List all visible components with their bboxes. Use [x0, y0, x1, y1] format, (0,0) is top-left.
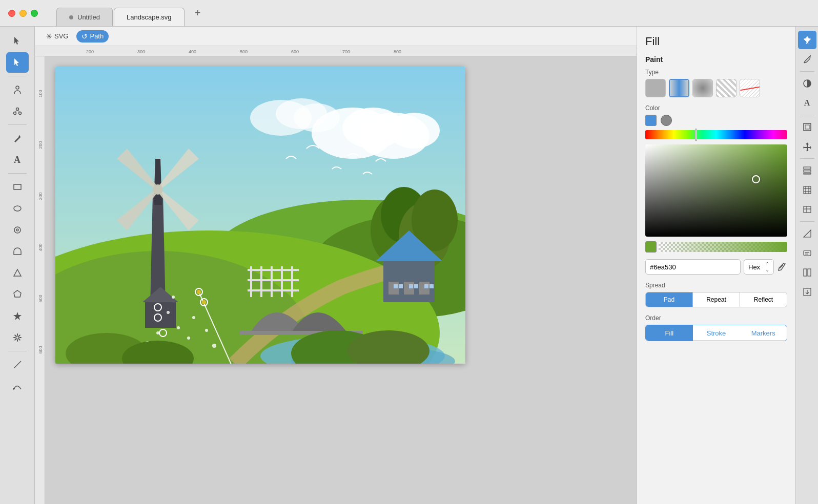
svg-line-7 — [17, 110, 20, 112]
grid-icon — [803, 185, 812, 195]
hex-type-select[interactable]: Hex ⌃⌄ — [744, 259, 774, 275]
tool-pentagon[interactable] — [6, 284, 29, 305]
tool-gear[interactable] — [6, 327, 29, 348]
svg-marker-13 — [14, 290, 21, 297]
tool-circle[interactable] — [6, 220, 29, 240]
rt-slope-btn[interactable] — [798, 224, 816, 243]
tool-ellipse[interactable] — [6, 198, 29, 219]
spread-reflect-btn[interactable]: Reflect — [740, 292, 787, 307]
rt-library-btn[interactable] — [798, 200, 816, 219]
rt-layers-btn[interactable] — [798, 161, 816, 180]
tab-landscape[interactable]: Landscape.svg — [114, 8, 184, 26]
tool-triangle[interactable] — [6, 263, 29, 283]
rt-frame-btn[interactable] — [798, 118, 816, 136]
contrast-icon — [803, 79, 812, 88]
order-markers-tab[interactable]: Markers — [740, 325, 787, 341]
add-tab-button[interactable]: + — [190, 5, 206, 22]
chevron-icon: ⌃⌄ — [765, 261, 769, 272]
rt-comment-btn[interactable] — [798, 244, 816, 262]
toolbar-separator-2 — [8, 124, 27, 125]
breadcrumb-bar: ✳ SVG ↺ Path — [35, 27, 637, 46]
type-solid-btn[interactable] — [645, 79, 666, 97]
v-ruler-mark-500: 500 — [37, 295, 43, 302]
tool-pencil[interactable] — [6, 128, 29, 149]
svg-marker-107 — [804, 230, 811, 237]
color-swatch-blue[interactable] — [645, 115, 657, 126]
type-none-btn[interactable] — [740, 79, 760, 97]
tool-node[interactable] — [6, 52, 29, 73]
canvas-document — [55, 67, 465, 364]
type-radial-btn[interactable] — [692, 79, 713, 97]
rt-grid-btn[interactable] — [798, 181, 816, 199]
svg-rect-111 — [804, 269, 807, 276]
tool-node2[interactable] — [6, 101, 29, 121]
order-stroke-tab[interactable]: Stroke — [693, 325, 740, 341]
main-area: A — [0, 27, 818, 504]
tool-text[interactable]: A — [6, 150, 29, 170]
move-icon — [803, 142, 812, 151]
spread-pad-btn[interactable]: Pad — [646, 292, 693, 307]
breadcrumb-svg[interactable]: ✳ SVG — [41, 30, 73, 43]
eyedropper-button[interactable] — [777, 259, 787, 275]
rt-export-btn[interactable] — [798, 283, 816, 301]
tool-arc[interactable] — [6, 241, 29, 262]
color-spectrum-bar[interactable] — [645, 130, 787, 139]
alpha-color-swatch[interactable] — [645, 241, 657, 253]
main-canvas-row: 100 200 300 400 500 600 — [35, 56, 637, 504]
order-fill-tab[interactable]: Fill — [646, 325, 693, 341]
svg-point-67 — [187, 337, 190, 340]
tool-rect[interactable] — [6, 177, 29, 197]
canvas-viewport[interactable] — [45, 56, 637, 504]
svg-rect-108 — [804, 250, 811, 256]
close-button[interactable] — [8, 10, 15, 17]
rt-brush-btn[interactable] — [798, 50, 816, 69]
tab-untitled[interactable]: Untitled — [56, 8, 113, 26]
rt-bracket-btn[interactable] — [798, 263, 816, 282]
toolbar-separator-4 — [8, 351, 27, 351]
alpha-bar-wrapper — [645, 242, 787, 252]
solid-preview — [646, 79, 665, 97]
ruler-mark-600: 600 — [291, 49, 299, 54]
type-pattern-btn[interactable] — [716, 79, 737, 97]
svg-rect-104 — [804, 206, 811, 213]
svg-point-28 — [388, 113, 440, 149]
v-ruler-mark-300: 300 — [37, 192, 43, 200]
rt-font-btn[interactable]: A — [798, 94, 816, 112]
color-picker-dark — [645, 144, 787, 237]
tool-select[interactable] — [6, 31, 29, 51]
rt-move-btn[interactable] — [798, 137, 816, 156]
pattern-preview — [717, 79, 736, 97]
tool-bezier[interactable] — [6, 376, 29, 396]
color-swatch-gray[interactable] — [661, 115, 672, 126]
type-label: Type — [645, 69, 787, 76]
svg-icon: ✳ — [46, 32, 52, 40]
svg-point-63 — [153, 184, 163, 195]
hex-input[interactable] — [645, 259, 741, 275]
bracket-icon — [803, 268, 812, 277]
svg-point-10 — [14, 227, 21, 233]
alpha-bar[interactable] — [659, 242, 787, 252]
path-icon: ↺ — [81, 32, 88, 40]
tool-star[interactable] — [6, 306, 29, 326]
svg-marker-14 — [13, 312, 22, 320]
linear-preview — [670, 80, 688, 96]
spread-repeat-btn[interactable]: Repeat — [693, 292, 740, 307]
svg-rect-103 — [804, 186, 811, 194]
rt-pin-btn[interactable] — [798, 31, 816, 49]
left-toolbar: A — [0, 27, 35, 504]
color-picker[interactable] — [645, 144, 787, 237]
none-preview — [740, 79, 760, 97]
svg-rect-54 — [248, 289, 299, 291]
paint-section-title: Paint — [645, 55, 787, 64]
type-linear-btn[interactable] — [669, 79, 689, 97]
order-label: Order — [645, 314, 787, 322]
breadcrumb-path[interactable]: ↺ Path — [76, 30, 109, 43]
minimize-button[interactable] — [19, 10, 27, 17]
svg-rect-94 — [804, 123, 811, 131]
tool-person[interactable] — [6, 79, 29, 100]
tool-line[interactable] — [6, 354, 29, 375]
maximize-button[interactable] — [31, 10, 38, 17]
color-picker-cursor — [752, 175, 760, 183]
svg-point-80 — [197, 290, 201, 294]
rt-contrast-btn[interactable] — [798, 74, 816, 93]
